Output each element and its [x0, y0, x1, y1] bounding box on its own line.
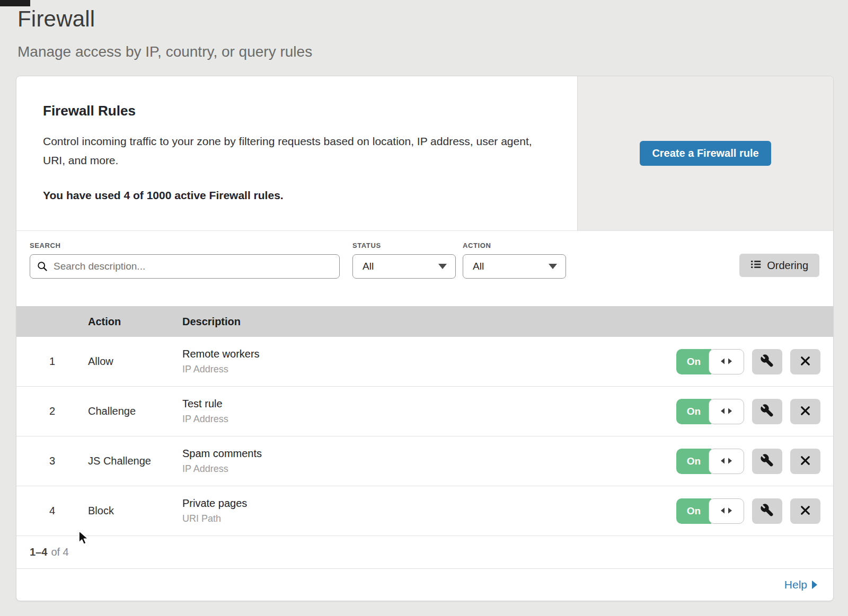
rule-enabled-toggle[interactable]: On — [676, 399, 744, 424]
description-column-header: Description — [182, 316, 833, 328]
rule-controls: On — [676, 399, 820, 424]
edit-rule-button[interactable] — [752, 498, 782, 524]
card-title: Firewall Rules — [43, 103, 545, 119]
arrow-right-icon — [812, 581, 817, 589]
status-select[interactable]: All — [352, 254, 456, 279]
x-icon — [799, 405, 811, 418]
action-selected-value: All — [473, 261, 484, 272]
wrench-icon — [760, 354, 774, 370]
page-subtitle: Manage access by IP, country, or query r… — [17, 43, 848, 60]
wrench-icon — [760, 453, 774, 469]
table-row: 2 Challenge Test rule IP Address On — [16, 387, 833, 436]
rule-enabled-toggle[interactable]: On — [676, 449, 744, 474]
card-description: Control incoming traffic to your zone by… — [43, 132, 544, 170]
rule-description: Remote workers — [182, 348, 676, 360]
rule-priority: 2 — [16, 405, 88, 417]
wrench-icon — [760, 503, 774, 519]
pagination-range: 1–4 — [30, 546, 47, 558]
rule-description-cell: Spam comments IP Address — [182, 448, 676, 475]
chevron-down-icon — [438, 264, 447, 269]
rule-description: Spam comments — [182, 448, 676, 460]
status-label: STATUS — [352, 242, 456, 249]
rule-description-cell: Remote workers IP Address — [182, 348, 676, 375]
wrench-icon — [760, 404, 774, 419]
action-column-header: Action — [88, 316, 182, 328]
search-icon — [37, 261, 48, 274]
toggle-on-label[interactable]: On — [676, 498, 711, 524]
delete-rule-button[interactable] — [790, 498, 820, 524]
action-field-group: ACTION All — [463, 242, 566, 306]
screen-edge-artifact — [0, 0, 30, 6]
action-select[interactable]: All — [463, 254, 566, 279]
search-input[interactable] — [30, 254, 340, 279]
table-row: 3 JS Challenge Spam comments IP Address … — [16, 436, 833, 486]
toggle-on-label[interactable]: On — [676, 349, 711, 374]
card-footer: Help — [16, 569, 833, 601]
rule-description-cell: Test rule IP Address — [182, 398, 676, 425]
firewall-rules-card: Firewall Rules Control incoming traffic … — [16, 76, 834, 601]
page-title: Firewall — [17, 6, 848, 32]
create-rule-panel: Create a Firewall rule — [577, 76, 833, 230]
usage-summary: You have used 4 of 1000 active Firewall … — [43, 189, 545, 202]
rule-action: Block — [88, 505, 182, 517]
help-link-label: Help — [784, 578, 807, 591]
edit-rule-button[interactable] — [752, 349, 782, 374]
x-icon — [799, 355, 811, 369]
rule-action: JS Challenge — [88, 455, 182, 467]
rule-enabled-toggle[interactable]: On — [676, 349, 744, 374]
rule-controls: On — [676, 449, 820, 474]
toggle-handle[interactable] — [709, 498, 744, 524]
rule-match-type: IP Address — [182, 414, 676, 425]
delete-rule-button[interactable] — [790, 449, 820, 474]
rule-controls: On — [676, 498, 820, 524]
status-selected-value: All — [363, 261, 374, 272]
filters-bar: SEARCH STATUS All ACTION All — [16, 231, 833, 306]
left-right-arrows-icon — [720, 505, 732, 517]
x-icon — [799, 454, 811, 468]
rule-match-type: IP Address — [182, 364, 676, 375]
create-firewall-rule-button[interactable]: Create a Firewall rule — [640, 141, 771, 166]
left-right-arrows-icon — [720, 455, 732, 467]
edit-rule-button[interactable] — [752, 449, 782, 474]
rule-description-cell: Private pages URI Path — [182, 497, 676, 524]
left-right-arrows-icon — [720, 405, 732, 417]
left-right-arrows-icon — [720, 355, 732, 368]
rule-match-type: IP Address — [182, 463, 676, 475]
rule-match-type: URI Path — [182, 513, 676, 524]
edit-rule-button[interactable] — [752, 399, 782, 424]
delete-rule-button[interactable] — [790, 399, 820, 424]
rule-description: Test rule — [182, 398, 676, 410]
rule-priority: 1 — [16, 355, 88, 368]
page-header: Firewall Manage access by IP, country, o… — [0, 0, 848, 60]
rule-action: Allow — [88, 355, 182, 368]
rule-action: Challenge — [88, 405, 182, 417]
action-label: ACTION — [463, 242, 566, 249]
chevron-down-icon — [549, 264, 557, 269]
toggle-on-label[interactable]: On — [676, 449, 711, 474]
delete-rule-button[interactable] — [790, 349, 820, 374]
rule-description: Private pages — [182, 497, 676, 510]
ordering-button[interactable]: Ordering — [739, 254, 819, 277]
x-icon — [799, 504, 811, 518]
help-link[interactable]: Help — [784, 578, 817, 591]
search-label: SEARCH — [30, 242, 340, 249]
pagination-total: of 4 — [51, 546, 68, 558]
info-text-block: Firewall Rules Control incoming traffic … — [16, 76, 577, 230]
table-row: 4 Block Private pages URI Path On — [16, 486, 833, 536]
toggle-on-label[interactable]: On — [676, 399, 711, 424]
pagination-bar: 1–4 of 4 — [16, 536, 833, 569]
rule-enabled-toggle[interactable]: On — [676, 498, 744, 524]
rule-priority: 3 — [16, 455, 88, 467]
list-icon — [750, 259, 761, 272]
rule-priority: 4 — [16, 505, 88, 517]
rules-table-body: 1 Allow Remote workers IP Address On — [16, 337, 833, 536]
status-field-group: STATUS All — [352, 242, 456, 306]
toggle-handle[interactable] — [709, 399, 744, 424]
info-section: Firewall Rules Control incoming traffic … — [16, 76, 833, 231]
table-row: 1 Allow Remote workers IP Address On — [16, 337, 833, 387]
toggle-handle[interactable] — [709, 349, 744, 374]
search-field-group: SEARCH — [30, 242, 340, 306]
ordering-button-label: Ordering — [767, 260, 808, 272]
toggle-handle[interactable] — [709, 449, 744, 474]
table-header: Action Description — [16, 306, 833, 337]
